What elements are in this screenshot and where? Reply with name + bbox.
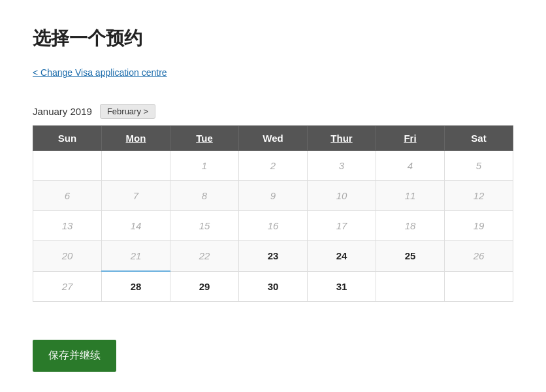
next-month-button[interactable]: February > [100, 104, 155, 119]
calendar-day-cell: 18 [376, 211, 445, 241]
calendar-day-cell: 16 [239, 211, 308, 241]
calendar-weekday-header: Tue [170, 126, 239, 151]
page-title: 选择一个预约 [33, 26, 513, 51]
calendar-week-row: 20212223242526 [33, 241, 513, 272]
calendar-day-cell[interactable]: 31 [308, 271, 376, 302]
calendar-day-cell: 7 [102, 181, 170, 211]
calendar-week-row: 13141516171819 [33, 211, 513, 241]
calendar-day-cell: 17 [308, 211, 376, 241]
calendar-day-cell: 5 [445, 151, 513, 181]
calendar-day-cell[interactable]: 29 [170, 271, 239, 302]
calendar-day-cell: 21 [102, 241, 170, 272]
calendar-day-cell: 27 [33, 271, 102, 302]
calendar-day-cell: 10 [308, 181, 376, 211]
calendar-weekday-header: Wed [239, 126, 308, 151]
change-link[interactable]: < Change Visa application centre [33, 67, 167, 78]
calendar-day-cell: 12 [445, 181, 513, 211]
calendar-weekday-header: Thur [308, 126, 376, 151]
calendar-table: SunMonTueWedThurFriSat 12345678910111213… [33, 125, 513, 302]
calendar-day-cell [445, 271, 513, 302]
calendar-week-row: 12345 [33, 151, 513, 181]
calendar-day-cell [33, 151, 102, 181]
calendar-day-cell [102, 151, 170, 181]
calendar-day-cell: 22 [170, 241, 239, 272]
calendar-day-cell [376, 271, 445, 302]
calendar-weekday-header: Sat [445, 126, 513, 151]
calendar-day-cell[interactable]: 24 [308, 241, 376, 272]
calendar-day-cell: 26 [445, 241, 513, 272]
calendar-day-cell: 4 [376, 151, 445, 181]
calendar-day-cell: 14 [102, 211, 170, 241]
calendar-week-row: 6789101112 [33, 181, 513, 211]
calendar-day-cell: 8 [170, 181, 239, 211]
calendar-day-cell[interactable]: 23 [239, 241, 308, 272]
save-continue-button[interactable]: 保存并继续 [33, 340, 116, 372]
calendar-day-cell: 19 [445, 211, 513, 241]
calendar-weekday-header: Fri [376, 126, 445, 151]
calendar-day-cell[interactable]: 28 [102, 271, 170, 302]
calendar-day-cell[interactable]: 30 [239, 271, 308, 302]
calendar-week-row: 2728293031 [33, 271, 513, 302]
calendar-day-cell: 13 [33, 211, 102, 241]
calendar-weekday-header: Sun [33, 126, 102, 151]
calendar-day-cell: 15 [170, 211, 239, 241]
calendar-day-cell: 11 [376, 181, 445, 211]
calendar-day-cell: 1 [170, 151, 239, 181]
calendar-day-cell: 20 [33, 241, 102, 272]
calendar-header-row: SunMonTueWedThurFriSat [33, 126, 513, 151]
calendar-day-cell: 9 [239, 181, 308, 211]
calendar-day-cell: 2 [239, 151, 308, 181]
calendar-header: January 2019 February > [33, 104, 513, 119]
month-label: January 2019 [33, 106, 92, 117]
calendar-day-cell: 6 [33, 181, 102, 211]
calendar-day-cell: 3 [308, 151, 376, 181]
calendar-day-cell[interactable]: 25 [376, 241, 445, 272]
calendar-weekday-header: Mon [102, 126, 170, 151]
